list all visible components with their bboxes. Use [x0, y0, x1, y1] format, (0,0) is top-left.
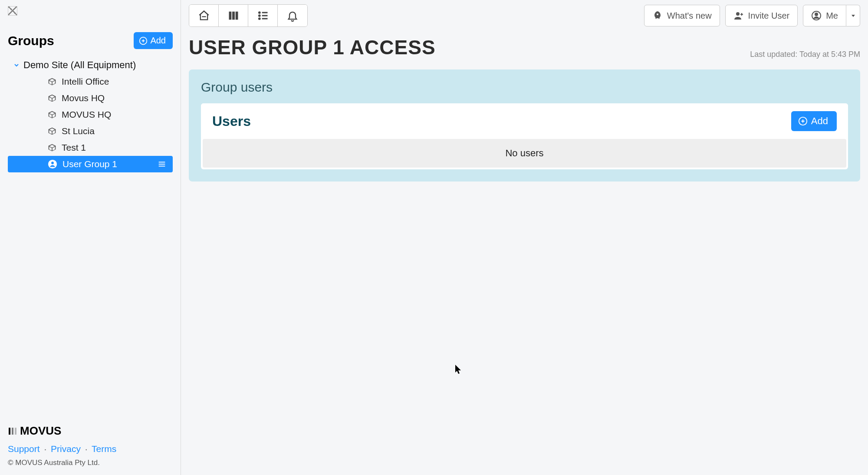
panel-title: Group users — [201, 80, 848, 95]
home-icon — [198, 10, 210, 22]
chevron-down-icon — [13, 62, 20, 69]
tree-item-user-group-1[interactable]: User Group 1 — [8, 156, 173, 172]
list-icon — [257, 10, 269, 22]
tree-root-label: Demo Site (All Equipment) — [23, 59, 136, 71]
main-content: What's new Invite User Me USER GROUP 1 A… — [181, 0, 868, 475]
tree-item-movus-hq[interactable]: Movus HQ — [8, 90, 173, 106]
tree-item-label: Movus HQ — [62, 93, 105, 103]
brand-name: MOVUS — [20, 424, 61, 438]
support-link[interactable]: Support — [8, 444, 40, 454]
plus-circle-icon — [139, 36, 148, 45]
sidebar-title: Groups — [8, 33, 54, 48]
user-add-icon — [733, 10, 744, 21]
tree-item-label: Intelli Office — [62, 76, 109, 87]
last-updated: Last updated: Today at 5:43 PM — [750, 50, 860, 59]
add-user-label: Add — [811, 115, 828, 127]
svg-point-21 — [736, 12, 740, 16]
whats-new-button[interactable]: What's new — [644, 5, 720, 26]
add-button-label: Add — [150, 36, 166, 46]
brand-icon — [8, 426, 18, 436]
page-header: USER GROUP 1 ACCESS Last updated: Today … — [189, 36, 860, 59]
sidebar-header: Groups Add — [0, 23, 181, 53]
tree-item-label: MOVUS HQ — [62, 109, 111, 120]
topbar: What's new Invite User Me — [189, 4, 860, 27]
svg-rect-12 — [229, 12, 231, 20]
cube-icon — [48, 143, 56, 152]
svg-point-15 — [259, 12, 260, 13]
tree-item-label: St Lucia — [62, 126, 95, 136]
home-button[interactable] — [189, 5, 219, 26]
copyright: © MOVUS Australia Pty Ltd. — [8, 459, 173, 467]
invite-user-button[interactable]: Invite User — [725, 5, 798, 26]
footer-links: Support · Privacy · Terms — [8, 444, 173, 454]
privacy-link[interactable]: Privacy — [51, 444, 81, 454]
columns-button[interactable] — [219, 5, 248, 26]
users-empty-message: No users — [203, 139, 846, 168]
cube-icon — [48, 110, 56, 119]
group-users-panel: Group users Users Add No users — [189, 69, 860, 181]
me-dropdown-button[interactable] — [846, 5, 860, 26]
svg-rect-10 — [15, 428, 16, 435]
separator: · — [85, 444, 88, 454]
brand-logo: MOVUS — [8, 424, 173, 438]
nav-icon-group — [189, 4, 308, 27]
tree-item-movus-hq-2[interactable]: MOVUS HQ — [8, 106, 173, 123]
svg-point-25 — [815, 13, 818, 16]
tree-item-intelli-office[interactable]: Intelli Office — [8, 73, 173, 90]
tree-item-label: User Group 1 — [62, 159, 117, 169]
invite-user-label: Invite User — [748, 11, 790, 21]
me-label: Me — [826, 11, 838, 21]
whats-new-label: What's new — [667, 11, 712, 21]
sidebar-logo-area — [0, 0, 181, 23]
svg-marker-26 — [852, 15, 855, 17]
page-title: USER GROUP 1 ACCESS — [189, 36, 436, 59]
separator: · — [44, 444, 46, 454]
svg-rect-14 — [235, 12, 238, 20]
plus-circle-icon — [798, 116, 808, 126]
menu-icon — [157, 159, 167, 169]
tree-item-st-lucia[interactable]: St Lucia — [8, 123, 173, 139]
rocket-icon — [652, 10, 663, 21]
tree-item-label: Test 1 — [62, 142, 86, 153]
users-card-title: Users — [212, 113, 251, 129]
cube-icon — [48, 94, 56, 102]
sidebar-footer: MOVUS Support · Privacy · Terms © MOVUS … — [8, 424, 173, 467]
me-button[interactable]: Me — [803, 5, 846, 26]
group-tree: Demo Site (All Equipment) Intelli Office… — [0, 53, 181, 172]
sidebar: Groups Add Demo Site (All Equipment) Int… — [0, 0, 181, 475]
notifications-button[interactable] — [278, 5, 307, 26]
svg-rect-13 — [232, 12, 235, 20]
add-group-button[interactable]: Add — [134, 32, 173, 49]
tree-root-item[interactable]: Demo Site (All Equipment) — [0, 57, 181, 73]
user-circle-icon — [48, 159, 57, 169]
svg-point-4 — [51, 162, 54, 164]
cube-icon — [48, 127, 56, 135]
caret-down-icon — [851, 13, 856, 18]
terms-link[interactable]: Terms — [92, 444, 116, 454]
users-card: Users Add No users — [201, 103, 848, 169]
svg-point-17 — [259, 15, 260, 16]
columns-icon — [227, 10, 240, 22]
cube-icon — [48, 77, 56, 86]
user-circle-icon — [811, 10, 822, 21]
tree-item-test-1[interactable]: Test 1 — [8, 139, 173, 156]
me-button-group: Me — [803, 5, 860, 26]
svg-point-19 — [259, 18, 260, 20]
topbar-right: What's new Invite User Me — [644, 5, 860, 26]
users-card-header: Users Add — [201, 103, 848, 139]
svg-rect-8 — [9, 428, 10, 435]
bell-icon — [286, 10, 299, 22]
add-user-button[interactable]: Add — [791, 111, 837, 131]
list-button[interactable] — [248, 5, 278, 26]
broken-image-icon — [8, 6, 17, 16]
item-menu-button[interactable] — [157, 159, 167, 169]
svg-rect-9 — [12, 428, 13, 435]
